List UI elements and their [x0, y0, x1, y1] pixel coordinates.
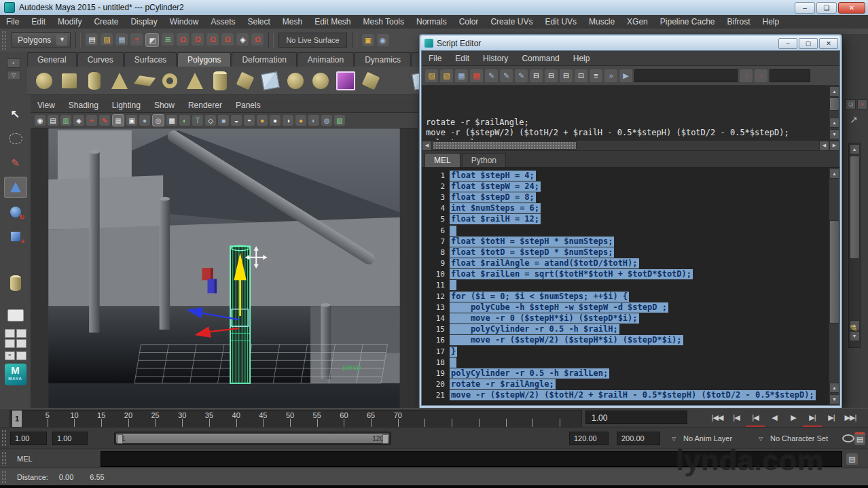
- scroll-up2-icon[interactable]: ▲: [829, 383, 839, 393]
- range-bar[interactable]: 1 120: [116, 434, 389, 443]
- default-material-icon[interactable]: ◇: [205, 115, 216, 126]
- poly-cone-icon[interactable]: [109, 71, 130, 91]
- snap-projected-center-icon[interactable]: Ω: [221, 33, 234, 46]
- se-code-line[interactable]: 16 move -r ($stepW/2) ($stepH*$i) ($step…: [422, 335, 829, 346]
- motion-blur-icon[interactable]: ◐: [308, 115, 319, 126]
- range-end-handle[interactable]: [382, 434, 388, 444]
- menu-item[interactable]: Pipeline Cache: [654, 17, 721, 27]
- menu-item[interactable]: Create: [88, 17, 124, 27]
- animation-preferences-icon[interactable]: ▤: [854, 432, 865, 445]
- channel-scrollbar[interactable]: ▲ ▲ ▼: [848, 143, 861, 348]
- se-code-line[interactable]: 3float $stepD = 8;: [422, 192, 829, 203]
- select-tool[interactable]: ↖: [4, 103, 27, 124]
- duplicate-face-icon[interactable]: [260, 71, 281, 91]
- layout-single-pane-button[interactable]: [4, 304, 27, 326]
- pane-layout-button[interactable]: [16, 351, 26, 360]
- se-code-line[interactable]: 7float $totH = $stepH * $numSteps;: [422, 236, 829, 247]
- xray-icon[interactable]: ▩: [166, 115, 177, 126]
- se-code-pane[interactable]: 1float $stepH = 4;2float $stepW = 24;3fl…: [422, 168, 839, 405]
- se-code-line[interactable]: 2float $stepW = 24;: [422, 181, 829, 192]
- history-pane-icon[interactable]: ⊟: [530, 69, 543, 82]
- se-menu-item[interactable]: Help: [566, 54, 597, 63]
- last-tool-used[interactable]: [4, 273, 27, 294]
- select-hierarchy-icon[interactable]: ≡: [130, 33, 143, 46]
- poly-plane-icon[interactable]: [134, 71, 155, 91]
- viewport-menu-item[interactable]: Renderer: [181, 101, 229, 110]
- snap-point-icon[interactable]: Ω: [206, 33, 219, 46]
- scroll-up-icon[interactable]: ▲: [829, 86, 839, 97]
- poly-cube-icon[interactable]: [59, 71, 79, 91]
- snap-view-plane-icon[interactable]: ◈: [236, 33, 249, 46]
- expand-arrow-icon[interactable]: ↗: [850, 114, 858, 125]
- current-time-field[interactable]: 1.00: [585, 411, 687, 424]
- rotate-tool[interactable]: ↻: [4, 201, 27, 222]
- menu-item[interactable]: Color: [453, 17, 485, 27]
- menu-item[interactable]: Muscle: [583, 17, 621, 27]
- se-close-button[interactable]: ✕: [819, 38, 838, 49]
- popup-help-icon[interactable]: ⊡: [575, 69, 587, 82]
- se-search-field[interactable]: [634, 69, 738, 82]
- hscroll-thumb[interactable]: [433, 141, 577, 150]
- echo-all-commands-icon[interactable]: ✎: [485, 69, 498, 82]
- command-line-language-toggle[interactable]: MEL: [17, 455, 33, 463]
- menuset-dropdown[interactable]: Polygons ▼: [12, 32, 71, 48]
- multisample-icon[interactable]: ◍: [321, 115, 332, 126]
- se-code-line[interactable]: 8float $totD = $stepD * $numSteps;: [422, 247, 829, 258]
- shelf-tab[interactable]: Deformation: [232, 52, 296, 67]
- anim-layer-selector[interactable]: No Anim Layer: [683, 434, 732, 442]
- se-code-line[interactable]: 14 move -r 0 ($stepH*$i) ($stepD*$i);: [422, 313, 829, 324]
- sculpt-tool-icon[interactable]: [336, 71, 356, 91]
- menu-item[interactable]: Mesh Tools: [357, 17, 410, 27]
- render-icon[interactable]: ◉: [377, 34, 389, 46]
- search-up-icon[interactable]: ↑: [755, 69, 767, 82]
- post-cylinder-2[interactable]: [160, 197, 170, 330]
- both-panes-icon[interactable]: ⊟: [560, 69, 573, 82]
- scroll-left2-icon[interactable]: ◀: [819, 141, 829, 151]
- 2d-pan-zoom-icon[interactable]: +: [86, 115, 97, 126]
- se-code-scrollbar[interactable]: ▲ ▲ ▼: [829, 168, 839, 405]
- quad-draw-icon[interactable]: [361, 71, 381, 91]
- grid-icon[interactable]: ▦: [112, 114, 124, 126]
- load-script-icon[interactable]: ▨: [425, 69, 438, 82]
- shelf-tab[interactable]: Animation: [297, 52, 354, 67]
- step-forward-key-button[interactable]: ▶|: [803, 410, 822, 427]
- menu-item[interactable]: Mesh: [276, 17, 308, 27]
- play-backwards-button[interactable]: ◀: [765, 410, 784, 425]
- shaded-icon[interactable]: ●: [139, 115, 150, 126]
- menu-item[interactable]: XGen: [621, 17, 654, 27]
- poly-platonic-icon[interactable]: [235, 71, 255, 91]
- poly-sphere-icon[interactable]: [34, 71, 54, 91]
- menu-item[interactable]: Help: [757, 17, 786, 27]
- se-code-line[interactable]: 1float $stepH = 4;: [422, 170, 829, 181]
- layout-persp-graph-button[interactable]: [5, 339, 15, 348]
- menu-item[interactable]: Create UVs: [484, 17, 539, 27]
- step-forward-frame-button[interactable]: ▶|: [822, 410, 841, 425]
- move-tool[interactable]: →: [4, 177, 27, 198]
- se-menu-item[interactable]: History: [476, 54, 515, 63]
- menu-item[interactable]: Edit Mesh: [308, 17, 357, 27]
- menu-item[interactable]: Select: [241, 17, 276, 27]
- minimize-button[interactable]: –: [795, 2, 815, 14]
- step-back-key-button[interactable]: |◀: [746, 410, 765, 427]
- se-menu-item[interactable]: File: [422, 54, 448, 63]
- se-menu-item[interactable]: Edit: [448, 54, 476, 63]
- scroll-down-icon[interactable]: ▼: [829, 394, 839, 404]
- se-code-line[interactable]: 17}: [422, 346, 829, 357]
- two-sided-lighting-icon[interactable]: ◐: [179, 115, 190, 126]
- ambient-occlusion-icon[interactable]: ●: [295, 115, 306, 126]
- shadows-icon[interactable]: ◑: [283, 115, 293, 126]
- menu-item[interactable]: Modify: [52, 17, 88, 27]
- snap-grid-icon[interactable]: Ω: [177, 33, 189, 46]
- scroll-up-icon[interactable]: ▲: [829, 169, 839, 179]
- save-scene-icon[interactable]: ▦: [115, 33, 128, 46]
- auto-key-icon[interactable]: [842, 434, 854, 442]
- range-grip[interactable]: [1, 430, 7, 447]
- construction-history-icon[interactable]: ▣: [362, 34, 374, 46]
- camera-attributes-icon[interactable]: ▤: [48, 115, 58, 126]
- poly-prism-icon[interactable]: [185, 71, 205, 91]
- viewport-menu-item[interactable]: Panels: [229, 101, 268, 110]
- viewport-menu-item[interactable]: Shading: [62, 101, 105, 110]
- bookmarks-icon[interactable]: ▥: [60, 115, 71, 126]
- layout-persp-outliner-button[interactable]: [5, 329, 15, 338]
- film-gate-icon[interactable]: ▣: [126, 115, 137, 126]
